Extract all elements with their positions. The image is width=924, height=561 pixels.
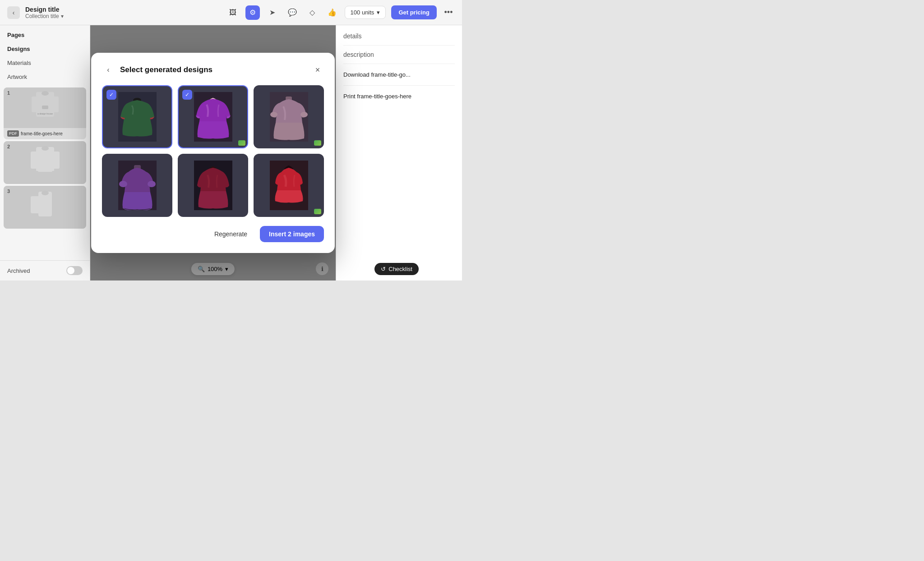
topbar: ‹ Design title Collection title ▾ 🖼 ⚙ ➤ … (0, 0, 462, 25)
design-card-2[interactable]: ✓ (178, 85, 248, 148)
modal-header: ‹ Select generated designs × (102, 64, 324, 76)
sidebar-pages: 1 a design house PDF frame-title-goes-he… (0, 84, 90, 260)
garment-svg-4 (118, 161, 157, 210)
sidebar-item-materials[interactable]: Materials (0, 56, 90, 70)
page-thumb-1: a design house (4, 87, 86, 128)
modal-footer: Regenerate Insert 2 images (102, 226, 324, 242)
hoodie-thumb-3 (29, 189, 61, 225)
page-number-3: 3 (7, 189, 10, 194)
topbar-titles: Design title Collection title ▾ (25, 6, 220, 19)
image-icon-button[interactable]: 🖼 (226, 5, 240, 20)
page-number-1: 1 (7, 90, 10, 96)
gear-icon-button[interactable]: ⚙ (245, 5, 260, 20)
sidebar-item-designs[interactable]: Designs (0, 42, 90, 56)
corner-badge-6 (314, 209, 321, 214)
get-pricing-button[interactable]: Get pricing (391, 5, 437, 19)
svg-point-27 (119, 181, 127, 187)
svg-point-24 (300, 112, 308, 117)
svg-rect-2 (52, 97, 59, 112)
page-label-1: PDF frame-title-goes-here (4, 130, 86, 137)
pages-section-title: Pages (0, 25, 90, 42)
units-selector[interactable]: 100 units ▾ (345, 6, 386, 19)
garment-svg-6 (270, 161, 308, 210)
page-item-3[interactable]: 3 (4, 186, 86, 229)
corner-badge-2 (238, 140, 245, 146)
toggle-knob (67, 267, 74, 274)
svg-rect-12 (38, 192, 52, 216)
modal-overlay: ‹ Select generated designs × ✓ (90, 25, 336, 280)
svg-rect-10 (34, 171, 38, 176)
corner-badge-3 (314, 140, 321, 146)
svg-rect-1 (32, 97, 38, 112)
design-card-6[interactable] (254, 154, 324, 217)
print-action[interactable]: Print frame-title-goes-here (343, 91, 455, 101)
sidebar: Pages Designs Materials Artwork 1 a desi… (0, 25, 90, 280)
check-badge-2: ✓ (182, 90, 192, 100)
diamond-icon-button[interactable]: ◇ (305, 5, 319, 20)
design-card-3[interactable] (254, 85, 324, 148)
check-badge-1: ✓ (106, 90, 116, 100)
svg-rect-15 (34, 216, 38, 221)
modal-back-button[interactable]: ‹ (102, 64, 115, 76)
hoodie-thumb-2 (29, 145, 61, 181)
garment-svg-5 (194, 161, 232, 210)
archived-label: Archived (7, 267, 30, 274)
description-section: description (343, 51, 455, 58)
checklist-button[interactable]: ↺ Checklist (374, 263, 419, 275)
archived-toggle[interactable] (66, 266, 83, 275)
back-button[interactable]: ‹ (7, 6, 20, 19)
collection-title: Collection title ▾ (25, 13, 220, 19)
checklist-icon: ↺ (381, 266, 386, 272)
modal-title: Select generated designs (120, 65, 306, 74)
garment-svg-3 (270, 92, 308, 142)
svg-point-28 (148, 181, 156, 187)
garment-svg-1 (118, 92, 157, 142)
thumb-icon-button[interactable]: 👍 (325, 5, 339, 20)
topbar-icons: 🖼 ⚙ ➤ 💬 ◇ 👍 (226, 5, 339, 20)
divider-3 (343, 85, 455, 86)
divider-1 (343, 45, 455, 46)
sidebar-footer: Archived (0, 260, 90, 280)
svg-text:a design house: a design house (37, 112, 53, 115)
right-panel: details description Download frame-title… (336, 25, 462, 280)
svg-point-9 (42, 146, 49, 151)
svg-rect-8 (53, 152, 60, 169)
modal-close-button[interactable]: × (311, 64, 324, 76)
send-icon-button[interactable]: ➤ (265, 5, 280, 20)
more-button[interactable]: ••• (442, 6, 455, 19)
design-card-1[interactable]: ✓ (102, 85, 172, 148)
main-layout: Pages Designs Materials Artwork 1 a desi… (0, 25, 462, 280)
svg-rect-6 (36, 147, 54, 172)
download-action[interactable]: Download frame-title-go... (343, 69, 455, 80)
svg-point-23 (270, 112, 277, 117)
content-area: ‹ Select generated designs × ✓ (90, 25, 336, 280)
page-item-1[interactable]: 1 a design house PDF frame-title-goes-he… (4, 87, 86, 139)
chat-icon-button[interactable]: 💬 (285, 5, 300, 20)
pdf-badge-1: PDF (7, 130, 19, 137)
svg-point-3 (42, 91, 49, 96)
sidebar-item-artwork[interactable]: Artwork (0, 70, 90, 84)
page-number-2: 2 (7, 144, 10, 149)
details-section: details (343, 32, 455, 40)
checklist-label: Checklist (388, 266, 412, 272)
insert-images-button[interactable]: Insert 2 images (260, 226, 324, 242)
design-title: Design title (25, 6, 220, 13)
divider-2 (343, 64, 455, 64)
regenerate-button[interactable]: Regenerate (207, 227, 254, 241)
svg-point-14 (42, 191, 49, 195)
page-label-text-1: frame-title-goes-here (21, 131, 63, 136)
page-item-2[interactable]: 2 (4, 141, 86, 184)
svg-rect-11 (52, 171, 56, 176)
svg-rect-4 (42, 106, 48, 109)
modal-dialog: ‹ Select generated designs × ✓ (91, 53, 335, 253)
page-thumb-3 (4, 186, 86, 229)
design-card-4[interactable] (102, 154, 172, 217)
svg-rect-13 (31, 196, 40, 213)
page-thumb-2 (4, 141, 86, 184)
garment-svg-2 (194, 92, 232, 142)
hoodie-thumb-1: a design house (29, 90, 61, 126)
designs-grid: ✓ (102, 85, 324, 217)
svg-rect-7 (31, 152, 37, 169)
design-card-5[interactable] (178, 154, 248, 217)
